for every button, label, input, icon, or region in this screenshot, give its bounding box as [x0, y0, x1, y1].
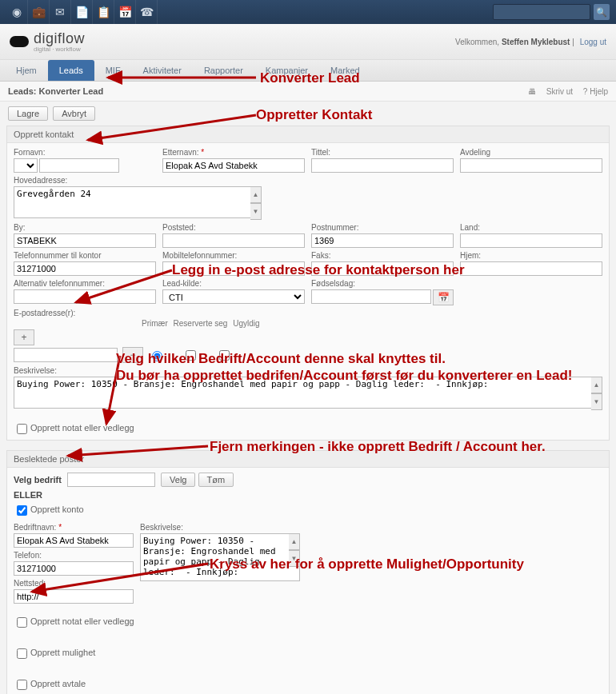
net-label: Nettsted: [14, 579, 134, 588]
kilde-label: Lead-kilde: [162, 279, 305, 288]
tlfk-label: Telefonnummer til kontor [14, 251, 156, 260]
epost-input[interactable] [14, 348, 118, 362]
tittel-input[interactable] [311, 158, 454, 173]
tittel-label: Tittel: [311, 148, 454, 157]
cube-icon[interactable]: ◉ [6, 0, 28, 24]
bes-input[interactable]: Buying Power: 10350 - Bransje: Engroshan… [140, 533, 300, 581]
poststed-input[interactable] [162, 233, 305, 248]
list-icon[interactable]: 📋 [93, 0, 114, 24]
contact-note-label: Opprett notat eller vedlegg [30, 423, 134, 433]
remove-email-button[interactable]: − [122, 347, 143, 363]
avtale-label: Opprett avtale [30, 679, 86, 688]
brand-sub: digital · workflow [34, 46, 85, 53]
global-search-button[interactable]: 🔍 [594, 4, 610, 20]
avtale-check[interactable] [17, 680, 27, 690]
mail-icon[interactable]: ✉ [50, 0, 71, 24]
salutation-select[interactable] [14, 158, 38, 173]
tel-input[interactable] [14, 561, 134, 576]
fornavn-label: Fornavn: [14, 148, 156, 157]
breadcrumb-bar: Leads: Konverter Lead 🖶 Skriv ut ? Hjelp [0, 82, 616, 102]
contact-panel-title: Opprett kontakt [7, 126, 609, 143]
hoved-input[interactable]: Grevegården 24 [14, 186, 262, 218]
velg-label: Velg bedrift [14, 475, 62, 485]
alt-label: Alternativ telefonnummer: [14, 279, 156, 288]
eller-label: ELLER [14, 490, 602, 500]
land-label: Land: [460, 223, 602, 232]
main-tabs: Hjem Leads MIF Aktiviteter Rapporter Kam… [0, 60, 616, 82]
postnr-input[interactable] [311, 233, 454, 248]
contact-panel: Opprett kontakt Fornavn: Etternavn: Titt… [6, 126, 610, 441]
fornavn-input[interactable] [39, 158, 119, 173]
velg-button[interactable]: Velg [161, 473, 195, 487]
faks-label: Faks: [311, 251, 454, 260]
briefcase-icon[interactable]: 💼 [28, 0, 50, 24]
avdeling-input[interactable] [460, 158, 602, 173]
velg-input[interactable] [67, 473, 155, 487]
related-panel: Beslektede poster Velg bedrift Velg Tøm … [6, 450, 610, 694]
mob-label: Mobiltelefonnummer: [162, 251, 305, 260]
welcome: Velkommen, Steffen Myklebust | Logg ut [455, 38, 606, 46]
bn-input[interactable] [14, 533, 134, 548]
print-link[interactable]: 🖶 Skriv ut [528, 87, 573, 96]
epost-label: E-postadresse(r): [14, 309, 262, 317]
topbar: ◉ 💼 ✉ 📄 📋 📅 ☎ 🔍 [0, 0, 616, 24]
by-input[interactable] [14, 233, 156, 248]
header: digiflow digital · workflow Velkommen, S… [0, 24, 616, 60]
calendar-icon[interactable]: 📅 [433, 289, 454, 305]
contact-note-check[interactable] [17, 424, 27, 434]
tab-aktiviteter[interactable]: Aktiviteter [132, 60, 193, 81]
net-input[interactable] [14, 589, 134, 604]
cancel-button-top[interactable]: Avbryt [53, 106, 95, 121]
col-invalid: Ugyldig [233, 319, 259, 328]
tab-kampanjer[interactable]: Kampanjer [254, 60, 319, 81]
welcome-prefix: Velkommen, [455, 38, 502, 46]
global-search-input[interactable] [493, 4, 590, 20]
related-note-check[interactable] [17, 617, 27, 628]
tlfk-input[interactable] [14, 261, 156, 276]
fodt-input[interactable] [311, 289, 431, 304]
user-name: Steffen Myklebust [502, 38, 570, 46]
tab-marked[interactable]: Marked [319, 60, 371, 81]
hjem-input[interactable] [460, 261, 602, 276]
tab-rapporter[interactable]: Rapporter [193, 60, 254, 81]
faks-input[interactable] [311, 261, 454, 276]
email-invalid-check[interactable] [219, 350, 230, 361]
tab-hjem[interactable]: Hjem [5, 60, 48, 81]
mob-input[interactable] [162, 261, 305, 276]
etternavn-input[interactable] [162, 158, 305, 173]
doc-icon[interactable]: 📄 [71, 0, 93, 24]
opprett-konto-check[interactable] [17, 505, 27, 516]
email-optout-check[interactable] [186, 350, 196, 361]
bn-label: Bedriftnavn: [14, 523, 134, 532]
logo: digiflow digital · workflow [10, 30, 85, 53]
by-label: By: [14, 223, 156, 232]
help-link[interactable]: ? Hjelp [583, 87, 608, 96]
email-primary-radio[interactable] [152, 351, 162, 361]
beskr-label: Beskrivelse: [14, 366, 602, 375]
calendar-icon[interactable]: 📅 [114, 0, 136, 24]
hoved-label: Hovedadresse: [14, 176, 262, 185]
save-button-top[interactable]: Lagre [8, 106, 48, 121]
kilde-select[interactable]: CTI [162, 289, 305, 304]
opprett-konto-label: Opprett konto [30, 505, 84, 514]
add-email-button[interactable]: + [14, 329, 34, 345]
mulighet-check[interactable] [17, 648, 27, 659]
beskr-input[interactable]: Buying Power: 10350 - Bransje: Engroshan… [14, 377, 602, 409]
land-input[interactable] [460, 233, 602, 248]
postnr-label: Postnummer: [311, 223, 454, 232]
hjem-label: Hjem: [460, 251, 602, 260]
logout-link[interactable]: Logg ut [580, 38, 606, 46]
tab-leads[interactable]: Leads [48, 60, 94, 81]
related-note-label: Opprett notat eller vedlegg [30, 616, 134, 626]
tab-mif[interactable]: MIF [94, 60, 132, 81]
phone-icon[interactable]: ☎ [136, 0, 158, 24]
related-panel-title: Beslektede poster [7, 451, 609, 468]
page-title: Leads: Konverter Lead [8, 86, 103, 96]
etternavn-label: Etternavn: [162, 148, 305, 157]
poststed-label: Poststed: [162, 223, 305, 232]
tel-label: Telefon: [14, 551, 134, 560]
col-primary: Primær [142, 319, 168, 328]
tom-button[interactable]: Tøm [198, 473, 234, 487]
alt-input[interactable] [14, 289, 156, 304]
fodt-label: Fødselsdag: [311, 279, 454, 288]
